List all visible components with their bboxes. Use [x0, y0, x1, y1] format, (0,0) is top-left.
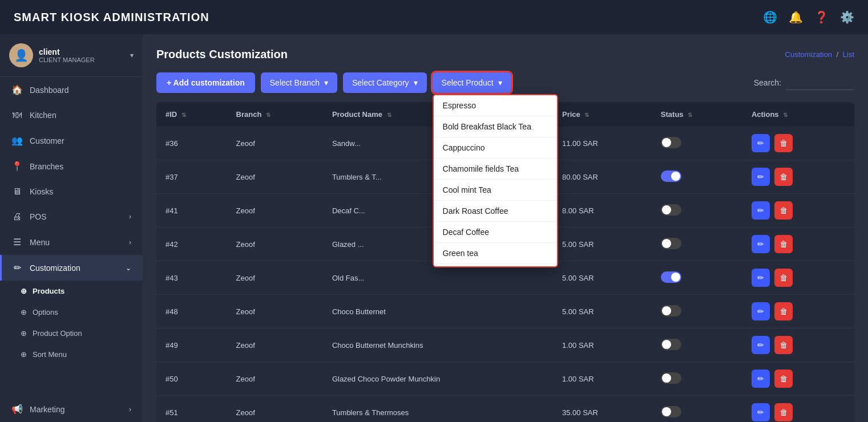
cell-actions: ✏ 🗑	[742, 396, 854, 423]
dropdown-item-chamomile[interactable]: Chamomile fields Tea	[434, 159, 557, 180]
cell-id: #36	[156, 127, 227, 160]
status-toggle[interactable]	[661, 171, 681, 182]
cell-branch: Zeoof	[227, 362, 323, 396]
sidebar-item-dashboard[interactable]: 🏠 Dashboard	[0, 77, 143, 103]
edit-button[interactable]: ✏	[752, 403, 770, 421]
sort-price-icon[interactable]: ⇅	[584, 112, 589, 118]
cell-product: Glazed Choco Powder Munchkin	[323, 362, 553, 396]
delete-button[interactable]: 🗑	[774, 134, 793, 152]
delete-button[interactable]: 🗑	[774, 201, 793, 220]
dropdown-item-dark-roast[interactable]: Dark Roast Coffee	[434, 201, 557, 222]
dropdown-item-cool-mint[interactable]: Cool mint Tea	[434, 180, 557, 201]
cell-id: #50	[156, 362, 227, 396]
cell-branch: Zeoof	[227, 328, 323, 362]
dropdown-item-green-tea[interactable]: Green tea	[434, 243, 557, 264]
products-icon: ⊕	[21, 287, 27, 295]
edit-button[interactable]: ✏	[752, 235, 770, 253]
sidebar-subitem-products[interactable]: ⊕ Products	[0, 281, 143, 302]
kitchen-icon: 🍽	[11, 110, 23, 120]
dropdown-item-cappuccino[interactable]: Cappuccino	[434, 137, 557, 159]
delete-button[interactable]: 🗑	[774, 336, 793, 354]
sidebar-subitem-product-option[interactable]: ⊕ Product Option	[0, 323, 143, 344]
status-toggle[interactable]	[661, 305, 681, 316]
dropdown-item-hibiscus[interactable]: Hibiscus kiss Tea	[434, 264, 557, 266]
select-product-button[interactable]: Select Product ▾	[433, 72, 511, 93]
options-icon: ⊕	[21, 308, 27, 316]
sidebar-item-menu[interactable]: ☰ Menu ›	[0, 229, 143, 255]
select-category-label: Select Category	[352, 78, 409, 87]
cell-id: #43	[156, 261, 227, 295]
delete-button[interactable]: 🗑	[774, 168, 793, 186]
user-dropdown-icon[interactable]: ▾	[130, 51, 134, 59]
sidebar-subitem-options[interactable]: ⊕ Options	[0, 302, 143, 323]
sidebar-item-pos[interactable]: 🖨 POS ›	[0, 204, 143, 229]
cell-price: 5.00 SAR	[553, 228, 652, 261]
edit-button[interactable]: ✏	[752, 168, 770, 186]
sidebar-item-kiosks[interactable]: 🖥 Kiosks	[0, 179, 143, 204]
delete-button[interactable]: 🗑	[774, 403, 793, 421]
edit-button[interactable]: ✏	[752, 336, 770, 354]
sort-product-icon[interactable]: ⇅	[387, 112, 391, 118]
sort-id-icon[interactable]: ⇅	[181, 112, 186, 118]
status-toggle[interactable]	[661, 271, 681, 283]
breadcrumb-current: List	[843, 50, 854, 59]
sidebar-item-label: Marketing	[30, 405, 64, 414]
cell-actions: ✏ 🗑	[742, 127, 854, 160]
edit-button[interactable]: ✏	[752, 370, 770, 388]
sidebar-subitem-sort-menu[interactable]: ⊕ Sort Menu	[0, 344, 143, 365]
cell-status	[652, 295, 742, 328]
main-layout: 👤 client CLIENT MANAGER ▾ 🏠 Dashboard 🍽 …	[0, 34, 868, 422]
breadcrumb-separator: /	[837, 50, 841, 59]
settings-icon[interactable]: ⚙️	[840, 10, 854, 24]
status-toggle[interactable]	[661, 406, 681, 417]
sort-menu-icon: ⊕	[21, 350, 27, 359]
cell-product: Choco Butternet	[323, 295, 553, 328]
sidebar-item-label: Kiosks	[30, 187, 53, 196]
col-id: #ID ⇅	[156, 102, 227, 127]
menu-icon: ☰	[11, 237, 23, 247]
search-input[interactable]	[786, 76, 854, 90]
user-section[interactable]: 👤 client CLIENT MANAGER ▾	[0, 34, 143, 77]
avatar: 👤	[9, 43, 33, 67]
edit-button[interactable]: ✏	[752, 302, 770, 320]
edit-button[interactable]: ✏	[752, 134, 770, 152]
breadcrumb: Customization / List	[785, 50, 854, 59]
delete-button[interactable]: 🗑	[774, 269, 793, 287]
sidebar-item-customization[interactable]: ✏ Customization ⌄	[0, 255, 143, 281]
sidebar-item-marketing[interactable]: 📢 Marketing ›	[0, 396, 143, 422]
help-icon[interactable]: ❓	[814, 10, 829, 24]
status-toggle[interactable]	[661, 238, 681, 249]
breadcrumb-parent[interactable]: Customization	[785, 50, 832, 59]
select-branch-button[interactable]: Select Branch ▾	[261, 72, 337, 93]
status-toggle[interactable]	[661, 204, 681, 216]
kiosks-icon: 🖥	[11, 186, 23, 197]
edit-button[interactable]: ✏	[752, 201, 770, 220]
status-toggle[interactable]	[661, 137, 681, 148]
status-toggle[interactable]	[661, 339, 681, 350]
delete-button[interactable]: 🗑	[774, 370, 793, 388]
edit-button[interactable]: ✏	[752, 269, 770, 287]
cell-price: 11.00 SAR	[553, 127, 652, 160]
col-branch: Branch ⇅	[227, 102, 323, 127]
sort-actions-icon[interactable]: ⇅	[783, 112, 788, 118]
sidebar-item-customer[interactable]: 👥 Customer	[0, 128, 143, 153]
sidebar-item-kitchen[interactable]: 🍽 Kitchen	[0, 103, 143, 128]
add-customization-button[interactable]: + Add customization	[156, 72, 255, 93]
delete-button[interactable]: 🗑	[774, 235, 793, 253]
bell-icon[interactable]: 🔔	[789, 10, 803, 24]
status-toggle[interactable]	[661, 372, 681, 384]
sort-branch-icon[interactable]: ⇅	[266, 112, 271, 118]
select-category-button[interactable]: Select Category ▾	[343, 72, 427, 93]
dropdown-item-decaf[interactable]: Decaf Coffee	[434, 222, 557, 243]
customization-arrow-icon: ⌄	[126, 264, 131, 272]
cell-id: #41	[156, 194, 227, 228]
dropdown-item-espresso[interactable]: Espresso	[434, 95, 557, 116]
page-title: Products Customization	[156, 48, 288, 61]
col-price: Price ⇅	[553, 102, 652, 127]
delete-button[interactable]: 🗑	[774, 302, 793, 320]
col-status: Status ⇅	[652, 102, 742, 127]
globe-icon[interactable]: 🌐	[763, 10, 777, 24]
dropdown-item-bold-breakfast[interactable]: Bold Breakfast Black Tea	[434, 116, 557, 137]
sidebar-item-branches[interactable]: 📍 Branches	[0, 153, 143, 179]
sort-status-icon[interactable]: ⇅	[688, 112, 692, 118]
